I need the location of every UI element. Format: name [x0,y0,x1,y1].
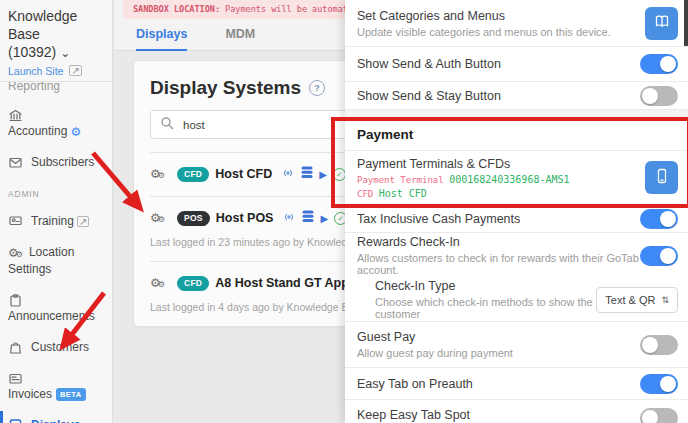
sidebar-item-subscribers[interactable]: Subscribers [8,155,104,171]
easy-tab-toggle[interactable] [640,374,678,394]
signal-icon[interactable] [281,165,295,183]
setting-row-send-auth: Show Send & Auth Button [345,47,688,82]
toggle-knob [660,376,676,392]
setting-label: Set Categories and Menus [357,9,611,23]
terminal-key: Payment Terminal [357,175,444,185]
device-settings-drawer: Set Categories and Menus Update visible … [345,0,688,423]
setting-label: Rewards Check-In [357,235,640,249]
tab-bar: Displays MDM [136,27,255,51]
pair-terminal-button[interactable] [645,161,678,194]
cfd-value: Host CFD [379,188,427,199]
play-icon[interactable]: ▶ [319,169,327,180]
setting-description: Allow guest pay during payment [357,347,513,359]
training-icon [8,214,23,229]
sidebar-item-reporting[interactable]: Reporting [8,82,104,93]
device-type-badge: POS [177,211,210,226]
setting-row-send-stay: Show Send & Stay Button [345,82,688,110]
bank-icon [8,108,23,123]
sidebar-item-accounting[interactable]: Accounting⚙ [8,108,104,140]
setting-label: Easy Tab on Preauth [357,377,473,391]
search-icon [160,116,174,134]
toggle-knob [660,248,676,264]
page-title: Display Systems [150,77,301,99]
selected-value: Text & QR [605,294,655,306]
device-settings-icon[interactable]: ⚙⚙ [150,211,162,225]
setting-label: Payment Terminals & CFDs [357,157,570,171]
sidebar-item-invoices[interactable]: InvoicesBETA [8,371,104,403]
guest-pay-toggle[interactable] [640,335,678,355]
sidebar-item-displays[interactable]: Displays [8,418,104,423]
checkin-type-select[interactable]: Text & QR ⇅ [596,287,678,313]
gear-icon[interactable]: ⚙ [70,125,81,139]
database-icon[interactable] [302,209,314,227]
setting-description: Choose which check-in methods to show th… [375,296,596,320]
device-type-badge: CFD [177,276,209,291]
device-type-badge: CFD [177,167,209,182]
device-settings-icon[interactable]: ⚙⚙ [150,167,162,181]
device-name: Host CFD [215,167,272,181]
section-separator [345,110,688,119]
toggle-knob [660,56,676,72]
send-auth-toggle[interactable] [640,54,678,74]
device-name: A8 Host Stand GT App [215,276,349,290]
scrollbar-thumb[interactable] [684,0,688,46]
sidebar-item-training[interactable]: Training↗ [8,214,104,230]
invoice-icon [8,371,23,386]
cfd-key: CFD [357,189,373,199]
setting-row-easy-tab: Easy Tab on Preauth [345,368,688,400]
setting-row-payment-terminals: Payment Terminals & CFDs Payment Termina… [345,151,688,205]
rewards-checkin-toggle[interactable] [640,246,678,266]
envelope-icon [8,155,23,170]
setting-row-keep-easy-tab: Keep Easy Tab Spot [345,400,688,423]
setting-row-guest-pay: Guest Pay Allow guest pay during payment [345,321,688,368]
chevron-down-icon: ⌄ [60,46,70,60]
app-window: Knowledge Base (10392) ⌄ Launch Site ↗ R… [0,0,688,423]
sidebar-item-announcements[interactable]: Announcements [8,293,104,325]
setting-label: Guest Pay [357,330,513,344]
tab-displays[interactable]: Displays [136,27,187,51]
terminal-id: 000168240336968-AMS1 [449,174,569,185]
signal-icon[interactable] [282,209,296,227]
toggle-knob [642,337,658,353]
clipboard-icon [8,293,23,308]
setting-label: Check-In Type [375,279,596,293]
payment-section-header: Payment [345,119,688,151]
setting-row-set-categories: Set Categories and Menus Update visible … [345,0,688,47]
set-categories-button[interactable] [645,7,678,40]
bag-icon [8,340,23,355]
play-icon[interactable]: ▶ [320,213,328,224]
external-link-icon: ↗ [77,216,89,227]
active-indicator [0,411,3,423]
setting-label: Show Send & Stay Button [357,89,501,103]
device-name: Host POS [216,211,274,225]
select-arrows-icon: ⇅ [661,295,669,305]
sidebar-item-location-settings[interactable]: ⚙⚙Location Settings [8,245,104,278]
setting-row-rewards-checkin: Rewards Check-In Allows customers to che… [345,233,688,278]
toggle-knob [660,211,676,227]
org-id: (10392) [8,44,56,60]
sidebar-item-customers[interactable]: Customers [8,340,104,356]
external-link-icon: ↗ [69,65,81,76]
tax-inclusive-toggle[interactable] [640,209,678,229]
launch-site-link[interactable]: Launch Site ↗ [8,65,104,77]
tab-mdm[interactable]: MDM [225,27,255,51]
database-icon[interactable] [301,165,313,183]
mobile-device-icon [654,168,670,187]
org-name: Knowledge Base [8,8,77,42]
device-settings-icon[interactable]: ⚙⚙ [150,276,162,290]
display-icon [8,418,23,423]
setting-row-tax-inclusive: Tax Inclusive Cash Payments [345,205,688,233]
help-icon[interactable]: ? [309,80,325,96]
keep-easy-tab-toggle[interactable] [640,408,678,423]
org-switcher[interactable]: Knowledge Base (10392) ⌄ [8,7,104,62]
section-title: Payment [357,127,413,142]
setting-label: Tax Inclusive Cash Payments [357,212,520,226]
setting-description: Update visible categories and menus on t… [357,26,611,38]
toggle-knob [642,88,658,104]
setting-description: Allows customers to check in for rewards… [357,252,640,276]
send-stay-toggle[interactable] [640,86,678,106]
setting-row-checkin-type: Check-In Type Choose which check-in meth… [345,278,688,321]
gears-icon: ⚙⚙ [8,246,20,260]
book-icon [654,14,670,32]
toggle-knob [642,410,658,423]
